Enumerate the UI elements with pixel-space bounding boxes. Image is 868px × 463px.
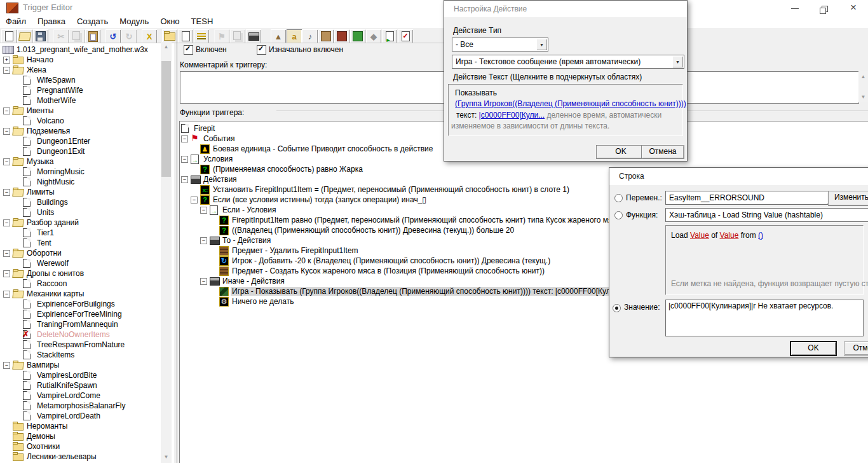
terrain-editor-button[interactable]: ▲	[271, 29, 286, 43]
tree-row[interactable]: − Лимиты	[0, 187, 160, 197]
function-select[interactable]: Хэш-таблица - Load String Value (hashtab…	[665, 208, 868, 222]
value-link[interactable]: Value	[720, 231, 739, 240]
expand-box-icon[interactable]: −	[200, 207, 207, 214]
redo-button[interactable]: ↻	[121, 29, 137, 43]
import-manager-button[interactable]	[382, 29, 397, 43]
value-radio[interactable]	[613, 304, 621, 312]
menu-item[interactable]: Создать	[71, 15, 114, 27]
tree-row[interactable]: 1.013_pregnant_wife_and_mother.w3x	[0, 45, 160, 55]
expand-box-icon[interactable]: −	[3, 291, 10, 298]
expand-box-icon[interactable]: −	[181, 156, 188, 163]
scroll-up-icon[interactable]: ▲	[161, 42, 172, 53]
expand-box-icon[interactable]: −	[181, 135, 188, 142]
new-action-button[interactable]	[246, 29, 261, 43]
tree-row[interactable]: Werewolf	[0, 258, 160, 268]
dialog-title-bar[interactable]: Строка	[609, 168, 868, 185]
tree-row[interactable]: Units	[0, 207, 160, 218]
tree-row[interactable]: Tent	[0, 238, 160, 248]
menu-item[interactable]: Файл	[0, 15, 32, 27]
cancel-button[interactable]: Отмена	[641, 145, 684, 159]
script-checker-button[interactable]	[398, 29, 413, 43]
copy-button[interactable]	[69, 29, 85, 43]
panel-splitter[interactable]	[177, 42, 177, 463]
tree-row[interactable]: Volcano	[0, 116, 160, 126]
variable-radio[interactable]	[614, 194, 623, 202]
expand-box-icon[interactable]: +	[3, 57, 10, 64]
new-trigger-button[interactable]	[178, 29, 193, 43]
new-comment-button[interactable]	[194, 29, 209, 43]
tree-row[interactable]: ExpirienceForBuilgings	[0, 299, 160, 309]
scrollbar-thumb[interactable]	[161, 61, 171, 177]
tree-row[interactable]: Нероманты	[0, 421, 160, 431]
tree-row[interactable]: PregnantWife	[0, 85, 160, 95]
tree-row[interactable]: Raccoon	[0, 279, 160, 289]
comment-scrollbar[interactable]: ▲ ▼	[858, 71, 868, 102]
dialog-title-bar[interactable]: Настройка Действие	[444, 1, 687, 17]
chevron-down-icon[interactable]	[672, 56, 683, 67]
enabled-checkbox[interactable]	[184, 45, 193, 55]
menu-item[interactable]: Модуль	[114, 15, 154, 27]
trigger-editor-button[interactable]: a	[287, 29, 302, 43]
delete-button[interactable]: X	[142, 29, 157, 43]
tree-row[interactable]: − Механики карты	[0, 289, 160, 299]
hashtable-link[interactable]: ()	[758, 231, 763, 240]
action-subtype-select[interactable]: Игра - Текстовое сообщение (время автома…	[452, 55, 684, 69]
tree-row[interactable]: MorningMusic	[0, 167, 160, 177]
action-type-select[interactable]: - Все	[452, 38, 548, 52]
player-group-link[interactable]: (Группа Игроков((Владелец (Применяющий с…	[455, 99, 686, 108]
tree-row[interactable]: VampireLordCome	[0, 390, 160, 401]
variable-select[interactable]: EasyItem__ERRORSOUND	[665, 191, 839, 205]
ai-editor-button[interactable]	[350, 29, 365, 43]
object-editor-button[interactable]	[318, 29, 334, 43]
expand-box-icon[interactable]: −	[3, 128, 10, 135]
tree-row[interactable]: Dungeon1Enter	[0, 136, 160, 146]
initially-on-checkbox[interactable]	[257, 45, 266, 55]
expand-box-icon[interactable]: −	[3, 362, 10, 369]
new-event-button[interactable]: ⚑	[214, 29, 229, 43]
tree-row[interactable]: MetamorphosisBalanarFly	[0, 401, 160, 411]
tree-row[interactable]: TreeRespawnFromNature	[0, 340, 160, 350]
tree-row[interactable]: + Начало	[0, 55, 160, 65]
expand-box-icon[interactable]: −	[3, 158, 10, 165]
object-manager-button[interactable]: ◆	[366, 29, 381, 43]
tree-row[interactable]: RutialKnifeSpawn	[0, 380, 160, 390]
expand-box-icon[interactable]: −	[3, 250, 10, 257]
tree-row[interactable]: − Музыка	[0, 156, 160, 167]
tree-row[interactable]: VampireLordDeath	[0, 411, 160, 421]
new-condition-button[interactable]	[230, 29, 245, 43]
function-radio[interactable]	[614, 211, 623, 219]
tree-row[interactable]: WifeSpawn	[0, 75, 160, 85]
tree-row[interactable]: Dungeon1Exit	[0, 146, 160, 156]
tree-row[interactable]: NightMusic	[0, 177, 160, 187]
tree-row[interactable]: TraningFromMannequin	[0, 319, 160, 329]
save-map-button[interactable]	[33, 29, 48, 43]
menu-item[interactable]: Окно	[154, 15, 185, 27]
expand-box-icon[interactable]: −	[200, 237, 207, 244]
scroll-down-icon[interactable]: ▼	[858, 92, 868, 103]
value-link[interactable]: Value	[690, 231, 709, 240]
expand-box-icon[interactable]: −	[3, 189, 10, 196]
tree-row[interactable]: − Жена	[0, 65, 160, 75]
scroll-up-icon[interactable]: ▲	[858, 72, 868, 83]
expand-box-icon[interactable]: −	[181, 176, 188, 183]
tree-row[interactable]: − Вампиры	[0, 360, 160, 370]
tree-row[interactable]: Tier1	[0, 228, 160, 238]
expand-box-icon[interactable]: −	[3, 270, 10, 277]
tree-row[interactable]: ExpirienceForTreeMining	[0, 309, 160, 319]
tree-row[interactable]: − Подземелья	[0, 126, 160, 136]
tree-row[interactable]: MotherWife	[0, 95, 160, 106]
open-map-button[interactable]	[17, 29, 32, 43]
tree-row[interactable]: − Ивенты	[0, 106, 160, 116]
expand-box-icon[interactable]: −	[191, 197, 198, 204]
message-text-link[interactable]: |c0000FF00[Кули...	[479, 111, 545, 120]
cut-button[interactable]: ✂	[53, 29, 69, 43]
expand-box-icon[interactable]: −	[3, 67, 10, 74]
value-textarea[interactable]: |c0000FF00[Кулинария]|r Не хватает ресур…	[665, 300, 864, 336]
undo-button[interactable]: ↺	[105, 29, 121, 43]
ok-button[interactable]: OK	[790, 342, 836, 356]
tree-scrollbar[interactable]: ▲ ▼	[161, 42, 172, 463]
expand-box-icon[interactable]: −	[3, 219, 10, 226]
tree-row[interactable]: − Разбор зданий	[0, 218, 160, 228]
tree-row[interactable]: Охотники	[0, 441, 160, 452]
menu-item[interactable]: Правка	[32, 15, 71, 27]
